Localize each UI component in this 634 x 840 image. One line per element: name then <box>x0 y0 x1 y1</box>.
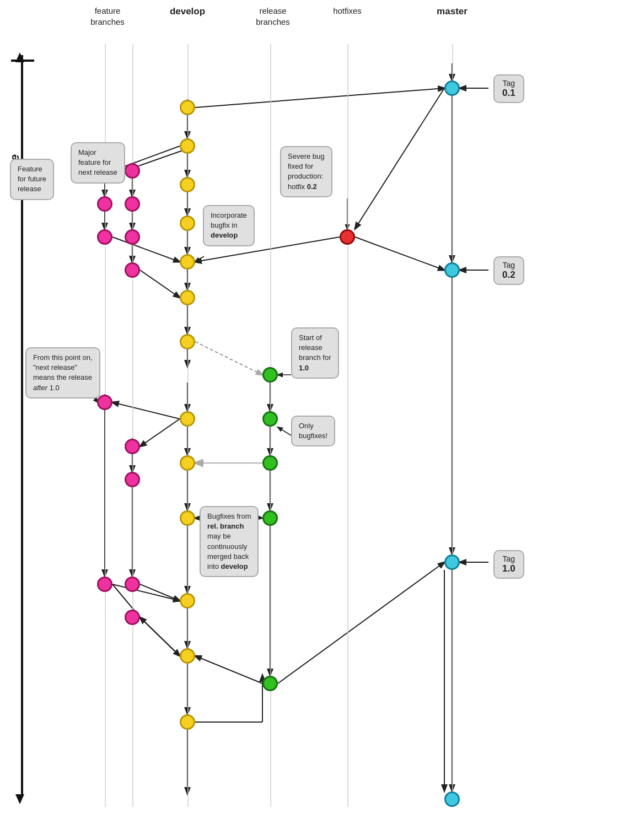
node-rel2 <box>262 411 278 427</box>
node-rel4 <box>262 510 278 526</box>
svg-line-36 <box>140 584 180 601</box>
node-d3 <box>180 177 195 192</box>
svg-line-33 <box>112 402 180 419</box>
node-d5 <box>180 254 195 270</box>
svg-line-9 <box>195 342 262 375</box>
node-f2e <box>125 439 140 454</box>
header-feature: feature branches <box>80 6 135 27</box>
col-line-feature2 <box>132 44 133 807</box>
svg-line-63 <box>278 427 291 435</box>
node-f2c <box>125 229 140 245</box>
node-d11 <box>180 593 195 609</box>
tag-10: Tag 1.0 <box>493 550 524 579</box>
header-develop: develop <box>163 6 212 18</box>
node-m1 <box>444 80 460 96</box>
callout-feature-future: Featurefor futurerelease <box>10 159 54 200</box>
node-rel1 <box>262 367 278 383</box>
tag-02: Tag 0.2 <box>493 256 524 285</box>
node-d6 <box>180 290 195 305</box>
node-hot1 <box>340 229 355 245</box>
node-f2h <box>125 610 140 625</box>
node-d10 <box>180 510 195 526</box>
node-d1 <box>180 100 195 115</box>
svg-line-29 <box>140 270 180 298</box>
node-d8 <box>180 411 195 427</box>
svg-line-32 <box>112 584 180 601</box>
svg-line-42 <box>355 237 444 270</box>
node-m4 <box>444 791 460 807</box>
node-f2a <box>125 163 140 179</box>
diagram-container: Time feature branches develop release br… <box>0 0 634 840</box>
col-line-hotfixes <box>347 44 348 807</box>
callout-major-feature: Majorfeature fornext release <box>71 142 125 184</box>
node-m2 <box>444 262 460 278</box>
node-f2b <box>125 196 140 212</box>
svg-line-38 <box>140 617 180 656</box>
svg-line-21 <box>195 88 444 107</box>
header-release: release branches <box>245 6 300 27</box>
svg-line-51 <box>195 656 262 683</box>
header-hotfixes: hotfixes <box>323 6 372 17</box>
node-d2 <box>180 138 195 154</box>
time-notch <box>11 60 34 62</box>
node-rel5 <box>262 676 278 691</box>
svg-line-41 <box>355 88 444 229</box>
time-arrow-bottom <box>15 794 24 804</box>
node-f2d <box>125 262 140 278</box>
callout-start-release: Start ofreleasebranch for1.0 <box>291 327 339 379</box>
node-f2f <box>125 472 140 487</box>
node-f1d <box>97 395 112 410</box>
tag-01: Tag 0.1 <box>493 74 524 103</box>
node-f1b <box>97 196 112 212</box>
node-rel3 <box>262 455 278 471</box>
node-d9 <box>180 455 195 471</box>
svg-line-58 <box>195 256 204 262</box>
callout-severe-bug: Severe bugfixed forproduction:hotfix 0.2 <box>280 146 332 197</box>
callout-only-bugfixes: Onlybugfixes! <box>291 416 335 446</box>
node-f1e <box>97 577 112 592</box>
svg-line-50 <box>278 562 444 683</box>
node-d4 <box>180 216 195 231</box>
node-d12 <box>180 648 195 664</box>
callout-bugfixes-merged: Bugfixes fromrel. branchmay becontinuous… <box>200 506 259 577</box>
svg-line-24 <box>112 237 180 262</box>
node-d7 <box>180 334 195 349</box>
node-m3 <box>444 554 460 570</box>
node-f1c <box>97 229 112 245</box>
callout-incorporate: Incorporatebugfix indevelop <box>203 205 255 246</box>
callout-next-release: From this point on,"next release"means t… <box>25 347 100 399</box>
col-line-master <box>452 44 453 807</box>
header-master: master <box>427 6 477 18</box>
svg-line-40 <box>140 617 180 656</box>
svg-line-37 <box>140 419 180 446</box>
node-f2g <box>125 577 140 592</box>
node-d13 <box>180 714 195 730</box>
